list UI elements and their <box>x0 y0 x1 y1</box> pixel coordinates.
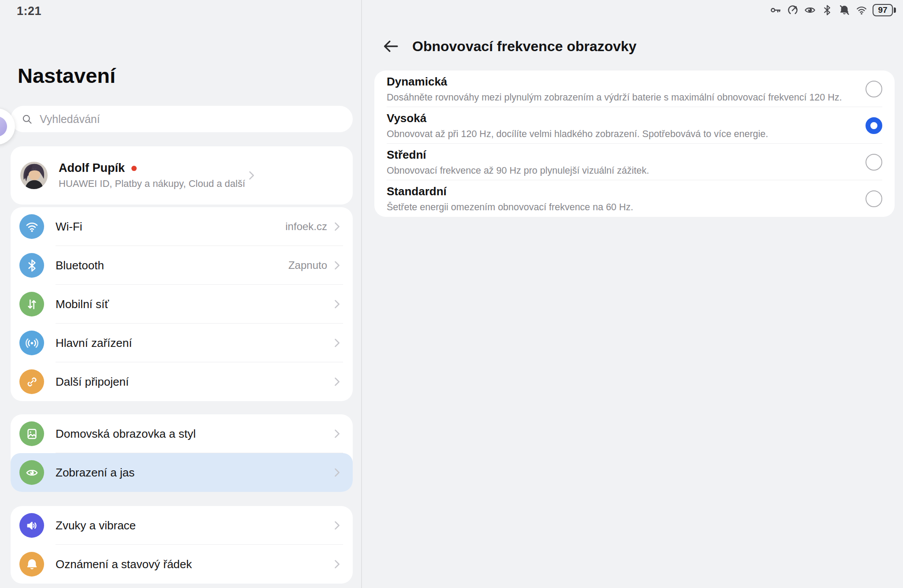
sidebar-item-value: Zapnuto <box>288 259 327 272</box>
refresh-rate-options-card: DynamickáDosáhněte rovnováhy mezi plynul… <box>374 71 895 217</box>
home-screen-icon <box>19 421 44 446</box>
option-label: Standardní <box>387 185 855 198</box>
option-description: Šetřete energii omezením obnovovací frek… <box>387 202 855 213</box>
profile-subtitle: HUAWEI ID, Platby a nákupy, Cloud a dalš… <box>59 178 245 190</box>
detail-title: Obnovovací frekvence obrazovky <box>412 38 637 55</box>
page-title: Nastavení <box>18 63 116 88</box>
sidebar-item-zobrazeni-a-jas[interactable]: Zobrazení a jas <box>11 453 353 492</box>
option-label: Střední <box>387 148 855 162</box>
sidebar-item-label: Zobrazení a jas <box>56 466 134 480</box>
search-placeholder: Vyhledávání <box>40 113 100 126</box>
refresh-rate-option-standardni[interactable]: StandardníŠetřete energii omezením obnov… <box>374 180 895 217</box>
chevron-right-icon <box>331 337 343 349</box>
option-description: Dosáhněte rovnováhy mezi plynulým zobraz… <box>387 92 855 103</box>
radio-button-stredni[interactable] <box>866 154 882 171</box>
option-label: Dynamická <box>387 75 855 89</box>
back-button[interactable] <box>381 37 400 56</box>
connectivity-group-card: Wi-Fiinfoek.czBluetoothZapnutoMobilní sí… <box>11 207 353 401</box>
radio-button-dynamicka[interactable] <box>866 81 882 97</box>
radio-button-vysoka-selected[interactable] <box>866 117 882 134</box>
sidebar-item-hlavni-zarizeni[interactable]: Hlavní zařízení <box>11 324 353 362</box>
chevron-right-icon <box>331 519 343 532</box>
sidebar-item-label: Hlavní zařízení <box>56 336 132 350</box>
sidebar-item-label: Wi-Fi <box>56 220 82 234</box>
chevron-right-icon <box>245 169 257 182</box>
central-device-icon <box>19 331 44 355</box>
radio-button-standardni[interactable] <box>866 190 882 207</box>
profile-name: Adolf Pupík <box>59 161 125 175</box>
option-description: Obnovovat až při 120 Hz, docílíte velmi … <box>387 129 855 140</box>
sidebar-item-bluetooth[interactable]: BluetoothZapnuto <box>11 246 353 285</box>
sidebar-item-label: Oznámení a stavový řádek <box>56 558 192 571</box>
chevron-right-icon <box>331 466 343 479</box>
refresh-rate-option-stredni[interactable]: StředníObnovovací frekvence až 90 Hz pro… <box>374 144 895 180</box>
chevron-right-icon <box>331 220 343 233</box>
sidebar-item-value: infoek.cz <box>285 220 327 233</box>
chevron-right-icon <box>331 428 343 440</box>
option-label: Vysoká <box>387 112 855 125</box>
sidebar-item-dalsi-pripojeni[interactable]: Další připojení <box>11 362 353 401</box>
sidebar-item-domovska-obrazovka-a-styl[interactable]: Domovská obrazovka a styl <box>11 414 353 453</box>
detail-panel: Obnovovací frekvence obrazovky Dynamická… <box>363 0 903 588</box>
sidebar-item-wi-fi[interactable]: Wi-Fiinfoek.cz <box>11 207 353 246</box>
refresh-rate-option-dynamicka[interactable]: DynamickáDosáhněte rovnováhy mezi plynul… <box>374 71 895 107</box>
sidebar-item-oznameni-a-stavovy-radek[interactable]: Oznámení a stavový řádek <box>11 545 353 584</box>
sidebar-item-zvuky-a-vibrace[interactable]: Zvuky a vibrace <box>11 506 353 545</box>
sidebar-item-label: Mobilní síť <box>56 298 109 311</box>
sidebar-item-label: Domovská obrazovka a styl <box>56 427 196 441</box>
mobile-network-icon <box>19 292 44 316</box>
bluetooth-icon <box>19 253 44 278</box>
sound-group-card: Zvuky a vibraceOznámení a stavový řádek <box>11 506 353 584</box>
chevron-right-icon <box>331 259 343 272</box>
sidebar-item-label: Další připojení <box>56 375 129 389</box>
search-icon <box>21 113 33 125</box>
wifi-icon <box>19 214 44 239</box>
notification-dot-badge <box>131 166 137 171</box>
refresh-rate-option-vysoka[interactable]: VysokáObnovovat až při 120 Hz, docílíte … <box>374 107 895 144</box>
option-description: Obnovovací frekvence až 90 Hz pro plynul… <box>387 165 855 176</box>
chevron-right-icon <box>331 298 343 310</box>
detail-header: Obnovovací frekvence obrazovky <box>381 37 637 56</box>
sounds-vibration-icon <box>19 513 44 538</box>
sidebar-item-label: Bluetooth <box>56 259 104 272</box>
sidebar-item-label: Zvuky a vibrace <box>56 519 136 532</box>
huawei-id-profile-row[interactable]: Adolf Pupík HUAWEI ID, Platby a nákupy, … <box>11 146 353 205</box>
display-brightness-icon <box>19 460 44 485</box>
sidebar-item-mobilni-sit[interactable]: Mobilní síť <box>11 285 353 324</box>
settings-sidebar: Nastavení Vyhledávání Adolf Pupík HUAWEI… <box>0 0 362 588</box>
back-arrow-icon <box>381 37 400 56</box>
display-group-card: Domovská obrazovka a stylZobrazení a jas <box>11 414 353 492</box>
avatar <box>20 162 48 189</box>
search-input[interactable]: Vyhledávání <box>11 106 353 132</box>
chevron-right-icon <box>331 376 343 388</box>
notifications-icon <box>19 552 44 577</box>
chevron-right-icon <box>331 558 343 570</box>
more-connections-icon <box>19 369 44 394</box>
